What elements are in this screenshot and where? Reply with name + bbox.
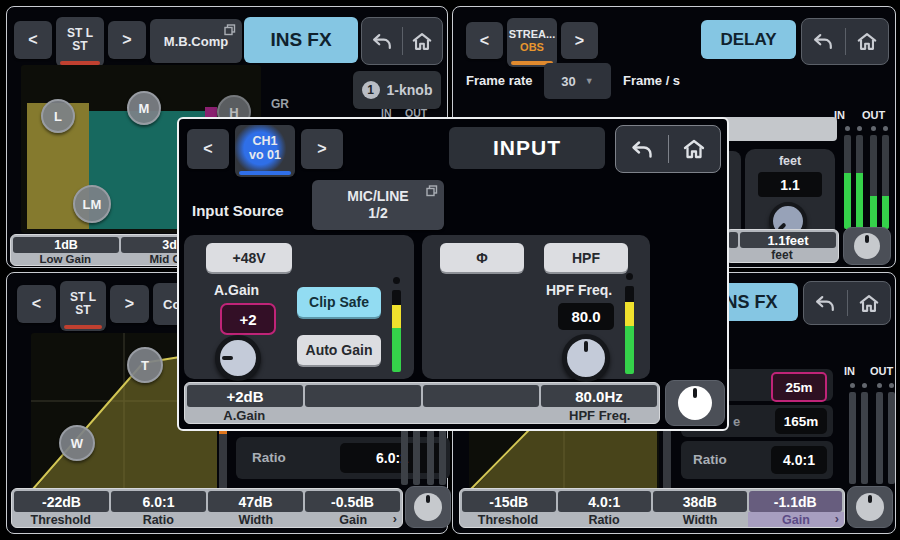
next-channel-button[interactable]: > — [110, 285, 149, 323]
nav-icon-group — [803, 281, 891, 325]
param-width-value[interactable]: 47dB — [208, 491, 303, 512]
undo-icon[interactable] — [802, 19, 845, 64]
hpf-level-meter — [625, 286, 634, 374]
feet-value[interactable]: 1.1 — [758, 172, 822, 197]
one-knob-button[interactable]: 1 1-knob — [353, 71, 441, 109]
param-label — [422, 407, 541, 423]
more-params-chevron-icon[interactable]: › — [835, 512, 839, 526]
prev-channel-button[interactable]: < — [14, 21, 52, 59]
again-value[interactable]: +2 — [220, 303, 276, 335]
param-threshold-value[interactable]: -15dB — [462, 491, 556, 512]
width-handle[interactable]: W — [59, 425, 95, 461]
one-knob-badge-icon: 1 — [362, 81, 380, 99]
in-meter-l — [844, 135, 851, 229]
clip-safe-button[interactable]: Clip Safe — [297, 287, 381, 317]
undo-icon[interactable] — [362, 18, 402, 64]
prev-channel-button[interactable]: < — [187, 129, 229, 169]
next-channel-button[interactable]: > — [301, 129, 343, 169]
param-value[interactable] — [305, 385, 421, 407]
hpf-freq-knob[interactable] — [562, 334, 610, 382]
param-ratio-label: Ratio — [110, 512, 208, 527]
input-source-button[interactable]: MIC/LINE 1/2 — [312, 180, 444, 230]
popup-title: INPUT — [449, 127, 605, 169]
param-gain-value-selected[interactable]: -1.1dB — [749, 491, 843, 512]
low-band-handle[interactable]: L — [41, 99, 75, 133]
hpf-freq-value[interactable]: 80.0 — [558, 303, 614, 330]
threshold-handle[interactable]: T — [127, 347, 163, 383]
param-low-gain-label: Low Gain — [11, 253, 120, 265]
frame-unit-label: Frame / s — [623, 73, 680, 88]
phantom-48v-button[interactable]: +48V — [206, 243, 292, 272]
touch-knob-button[interactable] — [405, 486, 451, 528]
release-row-value[interactable]: 165m — [775, 408, 827, 434]
home-icon[interactable] — [846, 19, 889, 64]
channel-select-button[interactable]: ST L ST — [60, 281, 106, 331]
param-ratio-value[interactable]: 4.0:1 — [558, 491, 652, 512]
undo-icon[interactable] — [616, 126, 668, 172]
mid-band-handle[interactable]: M — [127, 91, 161, 125]
param-gain-value[interactable]: -0.5dB — [305, 491, 400, 512]
undo-icon[interactable] — [804, 282, 847, 324]
home-icon[interactable] — [848, 282, 891, 324]
ratio-row-value[interactable]: 4.0:1 — [771, 446, 827, 474]
param-hpf-freq-value[interactable]: 80.0Hz — [541, 385, 657, 407]
out-meter-l — [870, 135, 877, 229]
prev-channel-button[interactable]: < — [466, 22, 503, 59]
knob-pointer — [854, 233, 880, 259]
delay-slider-track[interactable] — [723, 117, 837, 141]
meter-peak-dot — [626, 273, 633, 280]
low-mid-crossover-handle[interactable]: LM — [73, 185, 111, 223]
param-ratio-label: Ratio — [556, 512, 652, 527]
home-icon[interactable] — [669, 126, 721, 172]
param-threshold-value[interactable]: -22dB — [14, 491, 109, 512]
channel-name-2: vo 01 — [249, 149, 281, 163]
touch-knob-button[interactable] — [665, 380, 725, 426]
channel-select-button[interactable]: CH1 vo 01 — [235, 125, 295, 177]
param-bar: -15dB 4.0:1 38dB -1.1dB Threshold Ratio … — [459, 488, 845, 528]
next-channel-button[interactable]: > — [108, 21, 146, 59]
meter-peak-dot — [877, 383, 882, 388]
param-bar: 1.1feet feet — [725, 229, 839, 263]
param-again-value[interactable]: +2dB — [187, 385, 303, 407]
channel-name-2: OBS — [520, 41, 544, 53]
frame-rate-dropdown[interactable]: 30 ▼ — [544, 63, 611, 99]
prev-channel-button[interactable]: < — [17, 285, 56, 323]
out-meter-r — [882, 135, 889, 229]
tab-ins-fx[interactable]: INS FX — [244, 17, 358, 63]
param-value[interactable] — [423, 385, 539, 407]
analog-gain-section: +48V A.Gain +2 Clip Safe Auto Gain — [184, 235, 414, 379]
touch-knob-button[interactable] — [843, 227, 891, 265]
param-value-fragment[interactable] — [728, 232, 738, 248]
in-meter-label: IN — [844, 365, 855, 377]
copy-icon — [224, 24, 236, 36]
home-icon[interactable] — [403, 18, 443, 64]
param-low-gain-value[interactable]: 1dB — [13, 237, 119, 253]
out-meter-label: OUT — [870, 365, 893, 377]
meter-peak-dot — [883, 126, 888, 131]
more-params-chevron-icon[interactable]: › — [393, 512, 397, 526]
attack-row-value[interactable]: 25m — [771, 372, 827, 402]
param-width-value[interactable]: 38dB — [653, 491, 747, 512]
param-ratio-value[interactable]: 6.0:1 — [111, 491, 206, 512]
tab-delay[interactable]: DELAY — [701, 20, 796, 59]
meter-peak-dot — [850, 383, 855, 388]
effect-preset-button[interactable]: M.B.Comp — [150, 19, 242, 63]
nav-icon-group — [801, 18, 889, 65]
param-feet-value[interactable]: 1.1feet — [740, 232, 836, 248]
again-level-meter — [392, 290, 401, 372]
channel-name-2: ST — [72, 40, 87, 53]
hpf-button[interactable]: HPF — [544, 243, 628, 272]
knob-pointer — [567, 339, 605, 377]
ratio-row[interactable]: Ratio 4.0:1 — [681, 441, 833, 479]
again-knob[interactable] — [215, 335, 261, 381]
hpf-freq-label: HPF Freq. — [546, 282, 612, 298]
auto-gain-button[interactable]: Auto Gain — [297, 335, 381, 365]
channel-select-button[interactable]: ST L ST — [56, 17, 104, 67]
touch-knob — [854, 233, 880, 259]
ratio-row-label: Ratio — [252, 450, 286, 465]
phase-button[interactable]: Φ — [440, 243, 524, 272]
phase-hpf-section: Φ HPF HPF Freq. 80.0 — [422, 235, 650, 379]
next-channel-button[interactable]: > — [561, 22, 598, 59]
touch-knob-button[interactable] — [847, 486, 893, 528]
channel-select-button[interactable]: STREA... OBS — [507, 18, 557, 67]
